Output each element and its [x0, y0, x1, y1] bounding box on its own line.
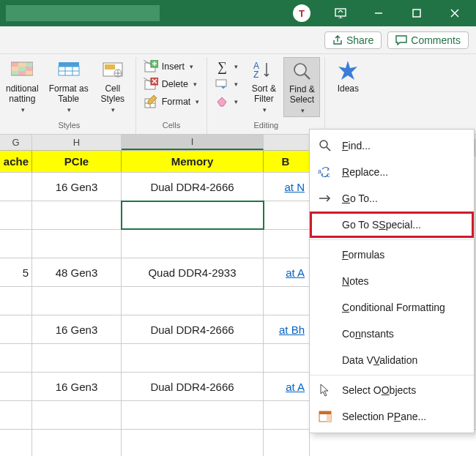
format-button[interactable]: Format▾: [141, 94, 203, 110]
menu-find[interactable]: Find...: [310, 132, 474, 159]
cell[interactable]: [0, 173, 32, 201]
cell[interactable]: [0, 230, 32, 258]
cell[interactable]: [0, 201, 32, 229]
clear-button[interactable]: ▾: [212, 94, 241, 110]
menu-replace[interactable]: ac Replace...: [310, 159, 474, 185]
svg-line-39: [305, 74, 310, 79]
cell[interactable]: [32, 287, 122, 315]
maximize-button[interactable]: [400, 0, 434, 26]
cell[interactable]: 16 Gen3: [32, 315, 122, 343]
title-search-field[interactable]: [6, 5, 160, 21]
cell[interactable]: [0, 287, 32, 315]
svg-point-40: [320, 141, 327, 148]
cell[interactable]: [0, 315, 32, 343]
cell[interactable]: [122, 287, 264, 315]
cell[interactable]: at Bh: [264, 315, 310, 343]
sort-filter-button[interactable]: AZ Sort & Filter▾: [245, 57, 282, 116]
column-header-H[interactable]: H: [32, 135, 122, 150]
cell[interactable]: 5: [0, 258, 32, 286]
share-button[interactable]: Share: [324, 31, 382, 49]
cell[interactable]: [264, 287, 310, 315]
sum-button[interactable]: ∑▾: [212, 59, 241, 75]
fill-button[interactable]: ▾: [212, 76, 241, 92]
menu-separator: [310, 239, 474, 240]
cell[interactable]: [32, 430, 122, 456]
menu-notes[interactable]: Notes: [310, 268, 474, 294]
insert-button[interactable]: Insert▾: [141, 59, 203, 75]
cell[interactable]: [264, 401, 310, 429]
cell[interactable]: [0, 401, 32, 429]
menu-goto[interactable]: Go To...: [310, 185, 474, 212]
column-header-J[interactable]: [264, 135, 310, 150]
cell[interactable]: Dual DDR4-2666: [122, 173, 264, 201]
cell[interactable]: at A: [264, 373, 310, 400]
cell[interactable]: at N: [264, 173, 310, 201]
minimize-button[interactable]: [362, 0, 395, 26]
menu-selection-pane[interactable]: Selection PPane...: [310, 403, 474, 430]
cell[interactable]: [122, 230, 264, 258]
cell[interactable]: [32, 401, 122, 429]
menu-constants[interactable]: Connstants: [310, 321, 474, 347]
cell[interactable]: [0, 344, 32, 372]
find-select-menu: Find... ac Replace... Go To... Go To SSp…: [309, 129, 475, 433]
format-as-table-button[interactable]: Format as Table▾: [45, 57, 93, 116]
cell[interactable]: [264, 230, 310, 258]
format-as-table-icon: [57, 59, 81, 82]
menu-conditional-formatting[interactable]: Conditional Formatting: [310, 294, 474, 321]
cell[interactable]: [264, 430, 310, 456]
cell[interactable]: [32, 344, 122, 372]
delete-button[interactable]: Delete▾: [141, 76, 203, 92]
cell[interactable]: [122, 201, 264, 229]
cell[interactable]: [32, 230, 122, 258]
close-button[interactable]: [438, 0, 472, 26]
cell[interactable]: [122, 401, 264, 429]
ribbon-display-options-button[interactable]: [324, 0, 357, 26]
cell[interactable]: [0, 430, 32, 456]
svg-rect-35: [216, 80, 226, 86]
delete-label: Delete: [162, 79, 188, 89]
insert-label: Insert: [162, 61, 185, 72]
cell[interactable]: Quad DDR4-2933: [122, 258, 264, 286]
cell-styles-button[interactable]: Cell Styles▾: [94, 57, 131, 116]
cell[interactable]: [122, 344, 264, 372]
cell[interactable]: 48 Gen3: [32, 258, 122, 286]
svg-rect-7: [26, 62, 33, 67]
share-label: Share: [346, 34, 373, 46]
cell[interactable]: [32, 201, 122, 229]
column-header-G[interactable]: G: [0, 135, 32, 150]
svg-rect-15: [59, 62, 79, 67]
cell[interactable]: [264, 344, 310, 372]
cell[interactable]: 16 Gen3: [32, 373, 122, 400]
window-titlebar: T: [0, 0, 476, 26]
cell[interactable]: [0, 373, 32, 400]
header-next[interactable]: B: [264, 151, 310, 172]
menu-data-validation[interactable]: Data VValidation: [310, 347, 474, 373]
selection-pane-icon: [317, 408, 333, 425]
conditional-formatting-button[interactable]: nditional natting▾: [1, 57, 43, 116]
cell[interactable]: [122, 430, 264, 456]
header-memory[interactable]: Memory: [122, 151, 264, 172]
header-pcie[interactable]: PCIe: [32, 151, 122, 172]
menu-goto-special-label: Go To SSpecial...: [342, 219, 421, 231]
menu-goto-special[interactable]: Go To SSpecial...: [310, 212, 474, 238]
cell[interactable]: [310, 430, 476, 456]
find-select-button[interactable]: Find & Select▾: [283, 57, 320, 117]
comments-button[interactable]: Comments: [387, 31, 469, 49]
menu-goto-label: Go To...: [342, 193, 378, 204]
ideas-button[interactable]: Ideas: [330, 57, 366, 95]
menu-replace-label: Replace...: [342, 166, 388, 178]
cell[interactable]: [264, 201, 310, 229]
cell[interactable]: at A: [264, 258, 310, 286]
menu-formulas-label: Formulas: [342, 249, 384, 261]
menu-datavalidation-label: Data VValidation: [342, 354, 417, 366]
cell[interactable]: 16 Gen3: [32, 173, 122, 201]
menu-select-objects[interactable]: Select OObjects: [310, 377, 474, 403]
svg-rect-13: [26, 71, 33, 75]
header-cache[interactable]: ache: [0, 151, 32, 172]
column-header-I[interactable]: I: [122, 135, 264, 150]
group-styles: nditional natting▾ Format as Table▾ Cell…: [3, 57, 136, 134]
menu-formulas[interactable]: Formulas: [310, 242, 474, 268]
avatar[interactable]: T: [293, 4, 310, 22]
cell[interactable]: Dual DDR4-2666: [122, 315, 264, 343]
cell[interactable]: Dual DDR4-2666: [122, 373, 264, 400]
